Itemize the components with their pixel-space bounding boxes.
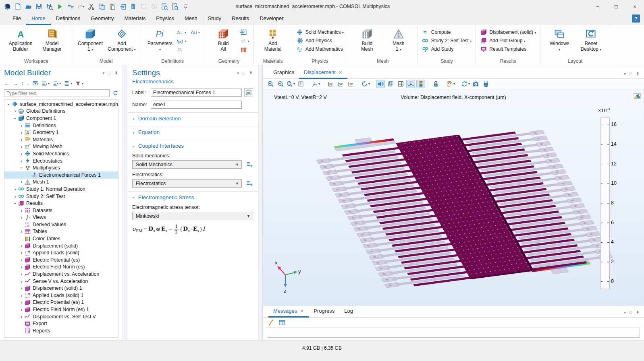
section-header-coupled-interfaces[interactable]: ›Coupled Interfaces xyxy=(132,140,253,150)
chevron-icon[interactable]: › xyxy=(19,137,24,142)
chevron-icon[interactable]: › xyxy=(19,243,24,248)
pin-icon[interactable] xyxy=(248,70,253,75)
panel-menu-icon[interactable]: ▾ xyxy=(102,71,104,75)
chevron-icon[interactable]: › xyxy=(13,201,18,206)
build-all-button[interactable]: BuildAll xyxy=(208,27,238,52)
chevron-icon[interactable]: › xyxy=(19,179,24,184)
panel-window-icons[interactable]: ▾□ xyxy=(624,71,640,76)
update-button[interactable]: ▾ xyxy=(461,80,470,88)
import-geometry-button[interactable] xyxy=(240,29,247,36)
chevron-icon[interactable]: › xyxy=(12,187,18,192)
menu-definitions[interactable]: Definitions xyxy=(51,13,86,25)
show-button[interactable] xyxy=(32,80,38,87)
tree-item[interactable]: ›Displacement vs. Acceleration xyxy=(4,270,118,278)
delta-u-button[interactable]: Δu▾ xyxy=(190,29,200,36)
chevron-icon[interactable]: › xyxy=(19,307,24,312)
tree-item[interactable]: ›AGeometry 1 xyxy=(4,129,118,136)
tree-item[interactable]: ›Applied Loads (solid) 1 xyxy=(4,292,118,299)
maximize-button[interactable]: □ xyxy=(607,0,625,13)
accelerometer-3d-model[interactable] xyxy=(263,89,644,306)
menu-file[interactable]: File xyxy=(7,13,26,25)
build-mesh-button[interactable]: BuildMesh xyxy=(352,27,382,52)
study-2-self-test-button[interactable]: Study 2: Self Test ▾ xyxy=(422,37,472,44)
chevron-icon[interactable]: › xyxy=(19,272,24,276)
panel-window-icons[interactable]: ▾□ xyxy=(624,310,640,315)
close-button[interactable]: × xyxy=(625,0,644,13)
add-interface-button[interactable] xyxy=(245,179,253,188)
pi-gray-button[interactable]: Pi xyxy=(177,46,184,54)
tree-item[interactable]: ›Results xyxy=(4,200,118,207)
tree-item[interactable]: ›Displacement vs. Self Test V xyxy=(4,313,118,320)
menu-study[interactable]: Study xyxy=(203,13,226,25)
zoom-extents-button[interactable] xyxy=(296,80,305,88)
tree-item[interactable]: Color Tables xyxy=(4,235,118,242)
tree-item[interactable]: ›Moving Mesh xyxy=(4,143,118,151)
virtual-ops-button[interactable] xyxy=(240,46,247,54)
add-physics-button[interactable]: Add Physics xyxy=(296,37,344,44)
tree-item[interactable]: ›Tables xyxy=(4,228,118,235)
tab-progress[interactable]: Progress xyxy=(309,306,339,318)
menu-physics[interactable]: Physics xyxy=(151,13,179,25)
deselect-box-button[interactable] xyxy=(150,2,158,10)
float-icon[interactable]: □ xyxy=(242,70,245,75)
minimize-button[interactable]: − xyxy=(588,0,607,13)
chevron-icon[interactable]: › xyxy=(19,130,24,135)
tree-item[interactable]: ›Electric Field Norm (es) 1 xyxy=(4,306,118,313)
appearance-button[interactable]: ▾ xyxy=(446,80,455,88)
menu-mesh[interactable]: Mesh xyxy=(179,13,203,25)
chevron-icon[interactable]: › xyxy=(19,144,24,149)
add-plot-group-button[interactable]: Add Plot Group ▾ xyxy=(480,37,536,44)
a-eq-button[interactable]: a=▾ xyxy=(177,29,186,36)
redo-button[interactable]: ▾ xyxy=(77,2,85,10)
pin-icon[interactable] xyxy=(114,70,118,75)
clear-messages-button[interactable] xyxy=(268,319,275,326)
lock-button[interactable] xyxy=(431,80,440,88)
tree-item[interactable]: ›Applied Loads (solid) xyxy=(4,249,118,256)
menu-developer[interactable]: Developer xyxy=(254,13,289,25)
solid-mechanics-button[interactable]: Solid Mechanics ▾ xyxy=(296,29,344,35)
chevron-icon[interactable]: › xyxy=(19,229,24,234)
snapshot-button[interactable] xyxy=(471,80,480,88)
tab-log[interactable]: Log xyxy=(339,306,358,318)
mesh-1-button[interactable]: Mesh1 ▾ xyxy=(384,27,413,52)
chevron-icon[interactable]: › xyxy=(19,215,24,220)
tree-item[interactable]: ›Datasets xyxy=(4,207,118,214)
save-button[interactable] xyxy=(35,2,43,10)
chevron-icon[interactable]: › xyxy=(19,264,24,269)
rename-button[interactable] xyxy=(244,88,253,97)
search-tool-button[interactable] xyxy=(171,2,179,10)
delete-button[interactable] xyxy=(129,2,137,10)
move-down-button[interactable]: ↓ xyxy=(27,80,29,87)
tree-item[interactable]: ›Electric Potential (es) xyxy=(4,256,118,264)
cut-button[interactable] xyxy=(87,2,95,10)
add-interface-button[interactable] xyxy=(245,161,253,169)
customize-toolbar-button[interactable] xyxy=(181,2,189,10)
parameters-button[interactable]: PiParameters ▾ xyxy=(145,27,175,52)
tree-item[interactable]: ›Mesh 1 xyxy=(4,179,118,186)
tree-item[interactable]: ›Materials xyxy=(4,136,118,143)
chevron-icon[interactable]: › xyxy=(19,123,24,128)
chevron-icon[interactable]: › xyxy=(6,101,11,107)
undo-button[interactable]: ▾ xyxy=(66,2,74,10)
float-icon[interactable]: □ xyxy=(108,70,110,75)
zoom-out-button[interactable] xyxy=(276,80,285,88)
open-in-table-button[interactable] xyxy=(278,319,285,326)
tree-item[interactable]: ›surface_micromachined_accelerometer.mph xyxy=(4,101,118,108)
panel-divider[interactable] xyxy=(123,65,127,340)
tree-item[interactable]: ›Study 1: Normal Operation xyxy=(4,186,118,193)
nav-back-button[interactable]: ← xyxy=(4,80,10,87)
panel-window-icons[interactable]: ▾□ xyxy=(102,70,118,75)
tree-item[interactable]: ›Electric Field Norm (es) xyxy=(4,264,118,271)
refresh-icon[interactable] xyxy=(112,90,118,97)
transparency-button[interactable] xyxy=(376,80,385,88)
f-x-button[interactable]: f(x)▾ xyxy=(177,37,186,45)
tree-item[interactable]: 8.85e-12Derived Values xyxy=(4,221,118,228)
chevron-icon[interactable]: › xyxy=(13,116,18,121)
tree-item[interactable]: ›Global Definitions xyxy=(4,108,118,115)
tree-item[interactable]: ›Displacement (solid) 1 xyxy=(4,285,118,292)
tree-item[interactable]: ›Views xyxy=(4,214,118,221)
menu-results[interactable]: Results xyxy=(226,13,254,25)
chevron-icon[interactable]: › xyxy=(19,151,24,156)
result-templates-button[interactable]: Result Templates xyxy=(480,45,536,52)
tree-item[interactable]: ›Displacement (solid) xyxy=(4,242,118,250)
